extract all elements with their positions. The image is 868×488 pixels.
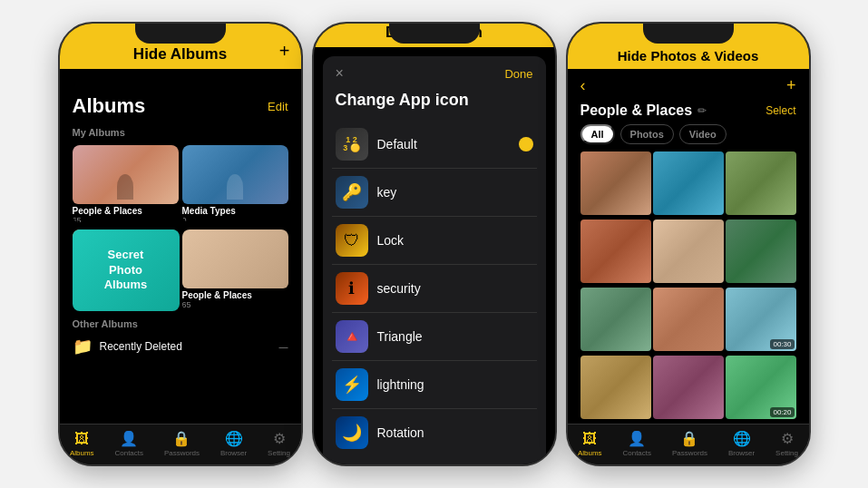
tab-passwords[interactable]: 🔒 Passwords — [164, 430, 200, 457]
security-icon-box: ℹ — [336, 272, 368, 305]
tab3-browser[interactable]: 🌐 Browser — [728, 430, 755, 457]
icon-option-key[interactable]: 🔑 key — [332, 169, 537, 217]
filter-video[interactable]: Video — [679, 124, 727, 144]
photo-cell-10[interactable] — [580, 356, 651, 419]
browser-tab-label: Browser — [220, 449, 247, 457]
screen3-bottom-bar: 🖼 Albums 👤 Contacts 🔒 Passwords 🌐 Browse… — [568, 424, 809, 464]
tab-setting[interactable]: ⚙ Setting — [268, 430, 290, 457]
figure-silhouette-2 — [227, 174, 243, 200]
screen2-panel-header: × Done — [332, 65, 537, 82]
other-album-count: — — [279, 342, 288, 352]
screen3-album-name-row: People & Places ✏ Select — [568, 102, 809, 119]
album-item-people[interactable]: People & Places 65 — [73, 145, 179, 222]
contacts-tab-icon: 👤 — [120, 430, 138, 447]
screen1-albums-title: Albums — [73, 94, 146, 118]
photo-img-3 — [726, 151, 796, 215]
notch-2 — [394, 24, 475, 42]
browser-tab-icon: 🌐 — [225, 430, 243, 447]
icon-option-security[interactable]: ℹ security — [332, 265, 537, 313]
icon-option-label-security: security — [377, 281, 533, 296]
albums-tab-label: Albums — [70, 449, 94, 457]
tab-contacts[interactable]: 👤 Contacts — [114, 430, 143, 457]
screen3-yellow-header: Hide Photos & Videos — [568, 24, 809, 69]
albums-tab-icon: 🖼 — [74, 431, 89, 447]
photo-cell-6[interactable] — [726, 220, 796, 283]
screen2-done-button[interactable]: Done — [504, 67, 532, 81]
photo-cell-9[interactable]: 00:30 — [726, 288, 796, 351]
photo-cell-2[interactable] — [653, 151, 724, 215]
icon-option-rotation[interactable]: 🌙 Rotation — [332, 409, 537, 456]
app-store-card: Hide Albums + Albums Edit My Albums Peop… — [0, 0, 868, 488]
screen2-discreet-word: Discreet — [385, 24, 446, 41]
other-album-name: Recently Deleted — [100, 340, 182, 353]
contacts-tab-label: Contacts — [114, 449, 143, 457]
screen2-header-title: Discreet Icon — [385, 24, 483, 42]
icon-option-label-lightning: lightning — [377, 377, 533, 392]
album-item-media[interactable]: Media Types 0 — [182, 145, 288, 222]
lightning-icon-glyph: ⚡ — [342, 375, 362, 395]
rotation-icon-box: 🌙 — [336, 416, 368, 449]
screen1-albums-grid: People & Places 65 Media Types 0 — [60, 142, 301, 226]
photo-cell-4[interactable] — [580, 220, 651, 283]
phone-2: Discreet Icon × Done Change App icon 1 2… — [312, 22, 557, 466]
default-icon-box: 1 23 🟡 — [336, 128, 368, 161]
photo-cell-5[interactable] — [653, 220, 724, 283]
photo-img-8 — [653, 288, 724, 351]
screen3-hide-word: Hide — [618, 48, 648, 63]
tab3-albums-label: Albums — [578, 449, 602, 457]
screen1-edit-button[interactable]: Edit — [268, 100, 288, 113]
screen1-hide-word: Hide — [133, 45, 167, 63]
screen3-album-name: People & Places — [580, 102, 693, 119]
icon-option-label-default: Default — [377, 137, 510, 151]
filter-all[interactable]: All — [580, 124, 615, 144]
screen1-header-title: Hide Albums — [133, 45, 227, 63]
photo-img-4 — [580, 220, 651, 283]
icon-option-lightning[interactable]: ⚡ lightning — [332, 361, 537, 409]
tab-browser[interactable]: 🌐 Browser — [220, 430, 247, 457]
album-label-bottom-right: People & Places — [182, 290, 288, 300]
icon-option-triangle[interactable]: 🔺 Triangle — [332, 313, 537, 361]
album-thumb-media — [182, 145, 288, 204]
tab3-passwords[interactable]: 🔒 Passwords — [672, 430, 707, 457]
album-item-bottom-right[interactable]: People & Places 65 — [182, 229, 288, 311]
album-thumb-people — [73, 145, 179, 204]
photo-cell-7[interactable] — [580, 288, 651, 351]
album-count-bottom-right: 65 — [182, 300, 288, 309]
screen3-select-button[interactable]: Select — [766, 104, 795, 117]
photo-img-1 — [580, 151, 651, 215]
screen3-plus-button[interactable]: + — [786, 76, 796, 95]
album-label-media: Media Types — [182, 206, 288, 216]
screen1-plus-button[interactable]: + — [279, 41, 290, 62]
lock-icon-box: 🛡 — [336, 224, 368, 257]
photo-cell-3[interactable] — [726, 151, 796, 215]
tab3-setting[interactable]: ⚙ Setting — [775, 430, 798, 457]
screen2-close-button[interactable]: × — [336, 65, 344, 82]
tab3-contacts[interactable]: 👤 Contacts — [622, 430, 651, 457]
photo-img-10 — [580, 356, 651, 419]
photo-cell-12[interactable]: 00:20 — [726, 356, 796, 419]
icon-option-default[interactable]: 1 23 🟡 Default — [332, 121, 537, 169]
notch-3 — [648, 24, 729, 42]
icon-option-label-rotation: Rotation — [377, 425, 533, 440]
screen3-inner-header: ‹ + — [568, 69, 809, 102]
screen1-other-album-row[interactable]: 📁 Recently Deleted — — [60, 333, 301, 360]
screen1-bottom-albums: Secret Photo Albums People & Places 65 — [60, 226, 301, 315]
filter-photos[interactable]: Photos — [620, 124, 674, 144]
screen2-change-icon-panel: × Done Change App icon 1 23 🟡 Default 🔑 — [323, 56, 546, 464]
album-count-people: 65 — [73, 216, 179, 222]
tab3-albums[interactable]: 🖼 Albums — [578, 431, 602, 457]
setting-tab-icon: ⚙ — [273, 430, 286, 447]
icon-option-label-key: key — [377, 185, 533, 200]
tab-albums[interactable]: 🖼 Albums — [70, 431, 94, 457]
icon-option-lock[interactable]: 🛡 Lock — [332, 217, 537, 265]
photo-cell-1[interactable] — [580, 151, 651, 215]
tab3-albums-icon: 🖼 — [582, 431, 597, 447]
screen3-back-button[interactable]: ‹ — [580, 76, 586, 95]
default-icon-grid: 1 23 🟡 — [343, 136, 360, 152]
photo-cell-11[interactable] — [653, 356, 724, 419]
photo-cell-8[interactable] — [653, 288, 724, 351]
lightning-icon-box: ⚡ — [336, 368, 368, 401]
screen3-edit-icon[interactable]: ✏ — [697, 104, 707, 117]
screen1-my-albums-label: My Albums — [60, 123, 301, 142]
icon-option-label-lock: Lock — [377, 233, 533, 248]
